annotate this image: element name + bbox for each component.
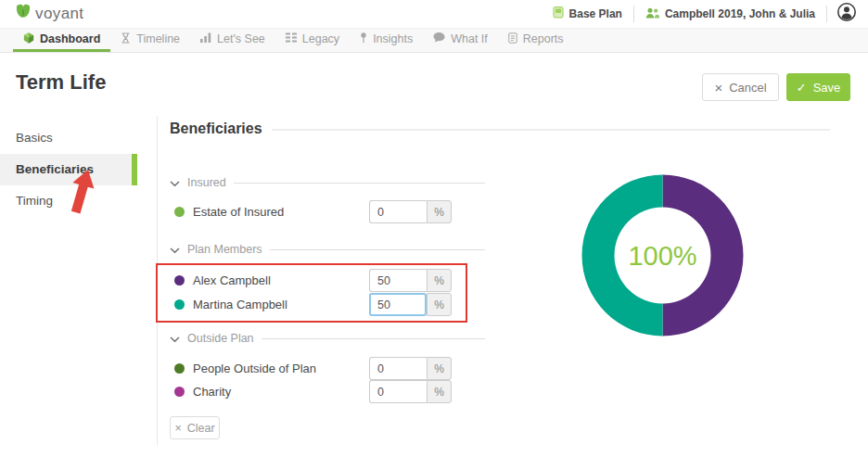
section-rule <box>262 338 485 339</box>
section-rule <box>234 183 485 184</box>
sidebar-item-label: Timing <box>16 194 53 208</box>
section-title: Plan Members <box>187 243 262 256</box>
section-header-plan-members[interactable]: Plan Members <box>170 243 485 256</box>
percent-input-group: % <box>369 380 452 403</box>
account-button[interactable] <box>836 2 857 26</box>
percent-unit: % <box>427 380 452 403</box>
base-plan-button[interactable]: Base Plan <box>542 6 633 21</box>
allocation-donut-chart: 100% <box>581 174 744 340</box>
main-nav: Dashboard Timeline Let's See Legacy Insi… <box>0 28 868 53</box>
beneficiary-label: People Outside of Plan <box>193 362 316 375</box>
sidebar-divider <box>157 116 158 445</box>
tab-label: Let's See <box>217 32 265 45</box>
push-pin-icon <box>360 32 367 46</box>
account-person-icon <box>836 2 857 26</box>
legend-bullet <box>174 387 185 397</box>
chevron-down-icon <box>170 241 180 258</box>
percent-input-group: % <box>369 200 452 223</box>
grid-list-icon <box>286 32 297 45</box>
section-title: Outside Plan <box>187 332 254 345</box>
sidebar-item-basics[interactable]: Basics <box>0 122 137 154</box>
plan-document-icon <box>553 6 564 21</box>
content-heading: Beneficiaries <box>170 121 262 137</box>
beneficiary-label: Estate of Insured <box>193 205 284 219</box>
tab-label: Dashboard <box>40 32 100 45</box>
people-outside-percent-input[interactable] <box>369 357 427 380</box>
donut-total-label: 100% <box>628 241 696 271</box>
charity-percent-input[interactable] <box>369 380 427 403</box>
speech-bubble-icon <box>433 32 445 45</box>
logo-text: voyant <box>35 5 84 23</box>
beneficiary-label: Charity <box>193 385 231 399</box>
section-header-outside-plan[interactable]: Outside Plan <box>170 332 485 345</box>
people-icon <box>645 7 659 21</box>
percent-input-group: % <box>369 269 452 292</box>
chevron-down-icon <box>170 330 180 347</box>
clear-button[interactable]: × Clear <box>170 416 220 439</box>
percent-input-group: % <box>369 357 452 380</box>
legend-bullet <box>174 299 185 310</box>
base-plan-label: Base Plan <box>569 7 622 20</box>
dashboard-cube-icon <box>23 32 34 46</box>
topbar-divider <box>826 6 827 22</box>
sidebar-item-timing[interactable]: Timing <box>0 185 137 217</box>
tab-what-if[interactable]: What If <box>423 29 498 52</box>
save-label: Save <box>813 81 841 95</box>
tab-timeline[interactable]: Timeline <box>110 29 190 52</box>
sidebar-item-label: Beneficiaries <box>16 162 94 176</box>
tab-label: Legacy <box>302 32 339 45</box>
alex-percent-input[interactable] <box>369 269 427 292</box>
legend-bullet <box>174 275 185 286</box>
heading-rule <box>272 129 830 131</box>
legend-bullet <box>174 363 185 374</box>
clear-label: Clear <box>187 422 215 435</box>
percent-unit: % <box>427 293 452 316</box>
hourglass-icon <box>121 32 131 46</box>
sidebar-item-label: Basics <box>16 131 53 145</box>
sidebar-item-beneficiaries[interactable]: Beneficiaries <box>0 154 137 185</box>
tab-legacy[interactable]: Legacy <box>275 29 350 52</box>
cancel-label: Cancel <box>729 81 766 95</box>
legend-bullet <box>174 207 185 217</box>
section-title: Insured <box>187 176 226 189</box>
percent-unit: % <box>427 357 452 380</box>
estate-percent-input[interactable] <box>369 200 427 223</box>
tab-label: Timeline <box>136 32 180 45</box>
beneficiary-label: Alex Campbell <box>193 273 271 287</box>
page-title: Term Life <box>16 70 106 95</box>
martina-percent-input[interactable] <box>369 293 427 316</box>
check-icon: ✓ <box>797 82 807 94</box>
beneficiary-row-alex: Alex Campbell % <box>170 269 485 292</box>
household-label: Campbell 2019, John & Julia <box>665 7 815 20</box>
section-rule <box>270 249 485 250</box>
save-button[interactable]: ✓ Save <box>786 73 850 101</box>
percent-unit: % <box>427 200 452 223</box>
settings-sidebar: Basics Beneficiaries Timing <box>0 122 137 217</box>
tab-label: What If <box>451 32 488 45</box>
tab-reports[interactable]: Reports <box>498 29 574 52</box>
bar-chart-icon <box>200 32 211 45</box>
active-indicator <box>132 154 137 185</box>
document-icon <box>508 32 517 46</box>
beneficiary-row-charity: Charity % <box>170 380 485 403</box>
cancel-button[interactable]: × Cancel <box>702 73 779 101</box>
beneficiary-label: Martina Campbell <box>193 298 287 311</box>
beneficiary-row-martina: Martina Campbell % <box>170 293 485 316</box>
beneficiary-row-estate: Estate of Insured % <box>170 200 485 223</box>
tab-insights[interactable]: Insights <box>350 29 423 52</box>
x-icon: × <box>174 422 181 435</box>
percent-input-group: % <box>369 293 452 316</box>
voyant-bird-icon <box>15 4 32 23</box>
tab-label: Insights <box>373 32 413 45</box>
voyant-logo[interactable]: voyant <box>15 4 84 23</box>
percent-unit: % <box>427 269 452 292</box>
chevron-down-icon <box>170 174 180 191</box>
top-bar: voyant Base Plan Campbell 2019, John & J… <box>0 0 868 28</box>
x-icon: × <box>714 81 722 95</box>
tab-lets-see[interactable]: Let's See <box>190 29 275 52</box>
beneficiary-row-people-outside: People Outside of Plan % <box>170 357 485 380</box>
section-header-insured[interactable]: Insured <box>170 176 485 189</box>
tab-label: Reports <box>523 32 564 45</box>
tab-dashboard[interactable]: Dashboard <box>13 29 110 52</box>
household-button[interactable]: Campbell 2019, John & Julia <box>634 7 826 21</box>
